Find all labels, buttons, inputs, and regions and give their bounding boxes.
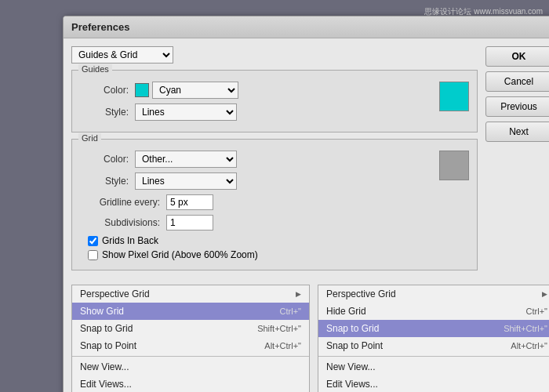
guides-style-label: Style: (80, 107, 135, 118)
grid-section: Grid Color: Other... Style: (71, 139, 478, 270)
menu-item-label: New View... (80, 361, 129, 372)
menu-item[interactable]: Edit Views... (72, 376, 309, 392)
guides-color-swatch (135, 83, 149, 97)
preferences-dialog: Preferences Guides & Grid Guides Color: (63, 16, 549, 392)
menu-item-label: Perspective Grid (80, 289, 150, 299)
menu-item[interactable]: Snap to GridShift+Ctrl+" (318, 320, 549, 337)
menu-item-label: Show Grid (80, 306, 124, 317)
menu-item[interactable]: Perspective Grid (72, 285, 309, 303)
dialog-buttons: OK Cancel Previous Next (485, 46, 549, 277)
menu-divider (318, 356, 549, 357)
dialog-title: Preferences (71, 21, 129, 33)
menu-item-label: Edit Views... (80, 379, 132, 390)
menu-item-label: Edit Views... (326, 379, 378, 390)
menu-item-label: Snap to Grid (326, 323, 379, 334)
guides-color-row: Color: Cyan (80, 82, 431, 99)
grid-color-row: Color: Other... (80, 151, 431, 168)
menu-item-label: Snap to Point (326, 340, 383, 351)
top-section-row: Guides & Grid (71, 46, 478, 64)
menu-item-shortcut: Ctrl+" (280, 307, 301, 316)
menu-item-label: Hide Grid (326, 306, 366, 317)
menu-item[interactable]: New View... (318, 358, 549, 376)
menu-item-shortcut: Shift+Ctrl+" (257, 324, 301, 333)
show-pixel-grid-label: Show Pixel Grid (Above 600% Zoom) (102, 249, 258, 260)
subdivisions-label: Subdivisions: (80, 217, 166, 228)
subdivisions-input[interactable] (166, 215, 213, 230)
menu-divider (72, 356, 309, 357)
cancel-button[interactable]: Cancel (485, 71, 549, 92)
menu-item-label: New View... (326, 361, 375, 372)
menu-item[interactable]: Snap to PointAlt+Ctrl+" (72, 337, 309, 354)
menu-item-shortcut: Shift+Ctrl+" (504, 324, 547, 333)
next-button[interactable]: Next (485, 122, 549, 142)
guides-color-dropdown[interactable]: Cyan (152, 82, 238, 99)
menu-item-label: Snap to Point (80, 340, 136, 351)
grid-style-dropdown[interactable]: Lines (135, 172, 237, 190)
menu-item-label: Perspective Grid (326, 289, 396, 299)
grid-style-row: Style: Lines (80, 172, 431, 190)
grid-color-label: Color: (80, 154, 135, 165)
bottom-menus: Perspective GridShow GridCtrl+"Snap to G… (64, 285, 549, 392)
guides-grid-dropdown[interactable]: Guides & Grid (71, 46, 173, 64)
guides-section: Guides Color: Cyan Style: (71, 70, 478, 132)
menu-item-shortcut: Ctrl+" (526, 307, 547, 316)
right-menu-panel: Perspective GridHide GridCtrl+"Snap to G… (318, 285, 549, 392)
grids-in-back-label: Grids In Back (102, 235, 158, 246)
menu-item[interactable]: Snap to GridShift+Ctrl+" (72, 320, 309, 337)
dialog-titlebar: Preferences (64, 16, 549, 38)
dialog-body: Guides & Grid Guides Color: Cyan (64, 38, 549, 285)
gridline-label: Gridline every: (80, 197, 166, 208)
guides-style-row: Style: Lines (80, 103, 431, 121)
grids-in-back-row: Grids In Back (88, 235, 469, 246)
menu-item-shortcut: Alt+Ctrl+" (511, 341, 547, 350)
grid-style-label: Style: (80, 176, 135, 187)
show-pixel-grid-checkbox[interactable] (88, 250, 98, 260)
subdivisions-row: Subdivisions: (80, 215, 469, 230)
menu-item-shortcut: Alt+Ctrl+" (264, 341, 301, 350)
menu-item[interactable]: Snap to PointAlt+Ctrl+" (318, 337, 549, 354)
menu-item[interactable]: Hide GridCtrl+" (318, 303, 549, 320)
menu-item[interactable]: Edit Views... (318, 376, 549, 392)
guides-color-preview (439, 82, 469, 111)
guides-legend: Guides (78, 64, 112, 74)
menu-item[interactable]: Show GridCtrl+" (72, 303, 309, 320)
gridline-input[interactable] (166, 194, 213, 210)
grid-color-dropdown[interactable]: Other... (135, 151, 237, 168)
grids-in-back-checkbox[interactable] (88, 236, 98, 246)
dialog-left: Guides & Grid Guides Color: Cyan (71, 46, 478, 277)
ok-button[interactable]: OK (485, 46, 549, 67)
menu-item-label: Snap to Grid (80, 323, 133, 334)
menu-item[interactable]: New View... (72, 358, 309, 376)
gridline-row: Gridline every: (80, 194, 469, 210)
guides-color-label: Color: (80, 85, 135, 96)
show-pixel-grid-row: Show Pixel Grid (Above 600% Zoom) (88, 249, 469, 260)
left-menu-panel: Perspective GridShow GridCtrl+"Snap to G… (71, 285, 310, 392)
grid-color-preview (439, 151, 469, 180)
menu-item[interactable]: Perspective Grid (318, 285, 549, 303)
grid-legend: Grid (78, 133, 101, 143)
guides-style-dropdown[interactable]: Lines (135, 103, 237, 121)
previous-button[interactable]: Previous (485, 96, 549, 117)
watermark: 思缘设计论坛 www.missvuan.com (424, 6, 543, 17)
